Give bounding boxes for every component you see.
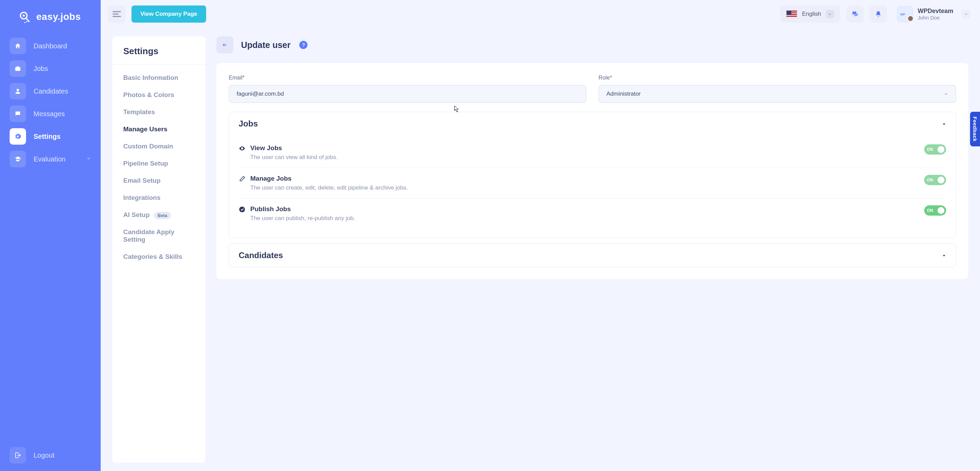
permission-row-publish-jobs: Publish Jobs The user can publish, re-pu… [239, 198, 946, 228]
profile-menu[interactable]: WP WPDevteam John Doe [897, 6, 970, 22]
nav-settings[interactable]: Settings [10, 128, 91, 145]
eye-icon [239, 145, 245, 152]
view-company-button[interactable]: View Company Page [132, 5, 206, 22]
nav-candidates[interactable]: Candidates [10, 83, 91, 99]
email-label: Email* [229, 75, 586, 81]
check-circle-icon [239, 206, 245, 213]
team-logo-icon: WP [897, 6, 913, 22]
help-button[interactable]: ? [299, 41, 307, 49]
logout-label: Logout [33, 452, 54, 459]
nav-messages[interactable]: Messages [10, 105, 91, 122]
settings-item-ai-label: AI Setup [123, 211, 150, 218]
hamburger-icon [113, 11, 121, 17]
nav-label: Dashboard [33, 42, 67, 50]
accordion-title: Jobs [239, 119, 258, 129]
profile-user-name: John Doe [918, 15, 953, 21]
settings-sidebar: Settings Basic Information Photos & Colo… [112, 36, 205, 463]
nav-dashboard[interactable]: Dashboard [10, 38, 91, 54]
settings-item-templates[interactable]: Templates [112, 104, 205, 121]
brand-name: easy.jobs [36, 11, 81, 22]
chevron-down-icon [944, 92, 948, 96]
settings-title: Settings [112, 46, 205, 64]
update-user-form: Email* Role* Administrator Jobs [216, 63, 968, 279]
nav-label: Jobs [33, 65, 48, 73]
svg-text:WP: WP [900, 13, 905, 16]
permission-desc: The user can publish, re-publish any job… [250, 215, 355, 222]
chevron-down-icon [826, 10, 834, 18]
brand-logo[interactable]: easy.jobs [17, 10, 91, 24]
email-input[interactable] [229, 85, 586, 103]
svg-point-4 [24, 22, 26, 23]
notifications-button[interactable] [870, 5, 887, 22]
toggle-publish-jobs[interactable]: ON [924, 205, 946, 216]
nav-label: Evaluation [33, 155, 65, 163]
menu-toggle[interactable] [108, 5, 125, 22]
settings-item-email-setup[interactable]: Email Setup [112, 172, 205, 189]
nav-jobs[interactable]: Jobs [10, 60, 91, 77]
svg-point-1 [22, 14, 25, 16]
settings-item-photos-colors[interactable]: Photos & Colors [112, 86, 205, 104]
settings-item-candidate-apply[interactable]: Candidate Apply Setting [112, 224, 205, 248]
nav-label: Messages [33, 110, 65, 118]
home-icon [10, 38, 26, 54]
settings-item-manage-users[interactable]: Manage Users [112, 121, 205, 138]
svg-point-3 [26, 21, 27, 22]
topbar: View Company Page English WP W [101, 0, 980, 28]
role-select[interactable]: Administrator [598, 85, 956, 103]
page-title: Update user [241, 40, 290, 50]
chevron-down-icon [86, 156, 91, 162]
flag-us-icon [786, 10, 797, 18]
accordion-title: Candidates [239, 251, 283, 260]
svg-point-13 [239, 207, 245, 212]
permission-title: Publish Jobs [250, 205, 355, 213]
messages-button[interactable] [846, 5, 864, 22]
nav-evaluation[interactable]: Evaluation [10, 151, 91, 167]
accordion-header-jobs[interactable]: Jobs [229, 112, 956, 136]
language-selector[interactable]: English [780, 5, 840, 22]
bell-icon [875, 10, 882, 18]
user-avatar-icon [907, 16, 913, 22]
nav-logout[interactable]: Logout [10, 447, 91, 463]
settings-item-custom-domain[interactable]: Custom Domain [112, 138, 205, 155]
sidebar: easy.jobs Dashboard Jobs Candidates Mess… [0, 0, 101, 471]
language-label: English [802, 11, 821, 18]
permissions-candidates-section: Candidates [229, 243, 956, 267]
permissions-jobs-section: Jobs View Jobs The user can vie [229, 112, 956, 238]
toggle-label: ON [927, 147, 933, 152]
briefcase-icon [10, 60, 26, 77]
permission-desc: The user can create, edit, delete, edit … [250, 184, 408, 191]
back-button[interactable] [216, 36, 234, 53]
settings-item-pipeline-setup[interactable]: Pipeline Setup [112, 155, 205, 172]
caret-up-icon [942, 122, 946, 126]
chat-icon [10, 105, 26, 122]
graduation-icon [10, 151, 26, 167]
nav-label: Settings [33, 133, 60, 141]
arrow-left-icon [221, 42, 228, 48]
logo-icon [17, 10, 32, 24]
caret-up-icon [942, 253, 946, 257]
pencil-icon [239, 176, 245, 182]
gear-icon [10, 128, 26, 145]
chevron-down-icon [961, 10, 970, 19]
beta-badge: Beta [154, 212, 170, 219]
svg-marker-14 [943, 255, 945, 256]
toggle-manage-jobs[interactable]: ON [924, 175, 946, 185]
settings-item-basic-info[interactable]: Basic Information [112, 69, 205, 86]
settings-item-ai-setup[interactable]: AI Setup Beta [112, 206, 205, 224]
role-selected-value: Administrator [606, 91, 641, 97]
role-label: Role* [598, 75, 956, 81]
toggle-label: ON [927, 177, 933, 182]
svg-point-12 [242, 148, 242, 149]
settings-item-integrations[interactable]: Integrations [112, 189, 205, 206]
svg-point-5 [17, 89, 19, 91]
logout-icon [10, 447, 26, 463]
nav-label: Candidates [33, 88, 68, 95]
settings-item-categories-skills[interactable]: Categories & Skills [112, 248, 205, 265]
user-icon [10, 83, 26, 99]
accordion-header-candidates[interactable]: Candidates [229, 244, 956, 267]
svg-marker-11 [943, 123, 945, 125]
profile-team-name: WPDevteam [918, 8, 953, 15]
permission-row-view-jobs: View Jobs The user can view all kind of … [239, 137, 946, 168]
toggle-view-jobs[interactable]: ON [924, 144, 946, 155]
feedback-tab[interactable]: Feedback [970, 112, 980, 146]
